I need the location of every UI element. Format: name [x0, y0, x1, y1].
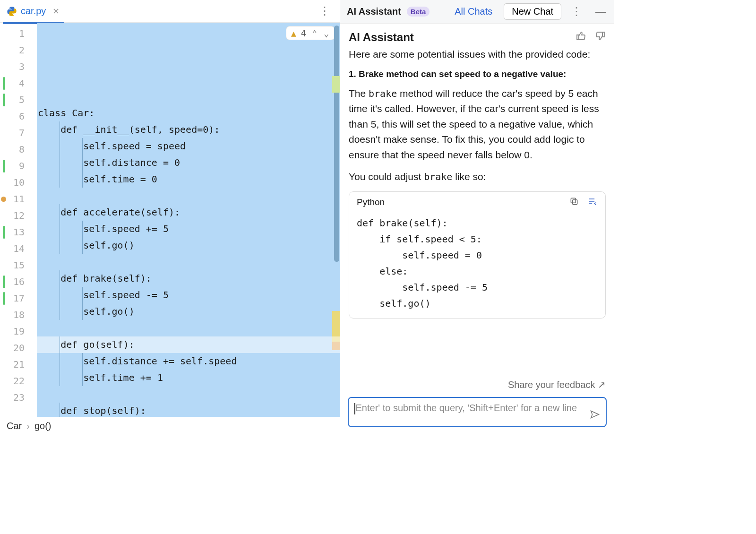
message-point-title: 1. Brake method can set speed to a negat… — [349, 69, 606, 79]
thumbs-down-icon[interactable] — [594, 30, 606, 44]
breadcrumb-class[interactable]: Car — [7, 421, 22, 431]
line-number: 14 — [0, 241, 37, 257]
all-chats-link[interactable]: All Chats — [455, 6, 492, 17]
code-line[interactable]: self.time = 0 — [37, 171, 340, 188]
line-number: 21 — [0, 356, 37, 373]
line-number: 9 — [0, 158, 37, 174]
code-line[interactable]: self.go() — [37, 237, 340, 254]
assistant-header-title: AI Assistant — [347, 6, 401, 17]
line-number: 19 — [0, 323, 37, 340]
code-line[interactable] — [37, 254, 340, 270]
line-number: 3 — [0, 59, 37, 75]
editor-body: 1234567891011121314151617181920212223 ▲ … — [0, 23, 340, 417]
more-icon[interactable]: ⋮ — [567, 6, 586, 18]
chevron-down-icon[interactable]: ⌄ — [323, 28, 330, 38]
line-number: 13 — [0, 224, 37, 241]
code-line[interactable] — [37, 386, 340, 403]
feedback-link[interactable]: Share your feedback ↗ — [340, 374, 614, 390]
code-line[interactable]: def accelerate(self): — [37, 204, 340, 221]
line-number: 8 — [0, 141, 37, 158]
chat-input[interactable]: Enter' to submit the query, 'Shift+Enter… — [348, 397, 607, 427]
chat-input-row: Enter' to submit the query, 'Shift+Enter… — [340, 390, 614, 435]
line-number: 18 — [0, 307, 37, 323]
line-number: 1 — [0, 26, 37, 42]
code-suggestion-card: Python def brake(self): if self.speed < … — [349, 191, 606, 319]
line-number: 23 — [0, 389, 37, 406]
breadcrumb-method[interactable]: go() — [34, 421, 52, 431]
line-number: 16 — [0, 274, 37, 290]
inspection-pill[interactable]: ▲ 4 ⌃ ⌄ — [286, 26, 335, 40]
message-body-2: You could adjust brake like so: — [349, 169, 606, 185]
python-icon — [7, 6, 17, 17]
line-number: 10 — [0, 174, 37, 191]
message-body: The brake method will reduce the car's s… — [349, 86, 606, 163]
copy-icon[interactable] — [569, 197, 579, 208]
file-tab-label: car.py — [21, 6, 46, 17]
close-icon[interactable]: ✕ — [52, 6, 60, 17]
code-line[interactable]: self.go() — [37, 303, 340, 320]
line-number: 17 — [0, 290, 37, 307]
breadcrumb-sep: › — [26, 421, 30, 431]
message-title: AI Assistant — [349, 31, 414, 44]
line-number: 22 — [0, 373, 37, 389]
code-line[interactable]: self.time += 1 — [37, 370, 340, 386]
warning-icon: ▲ — [291, 28, 296, 38]
code-line[interactable] — [37, 320, 340, 336]
code-line[interactable]: def brake(self): — [37, 270, 340, 287]
code-line[interactable]: self.speed += 5 — [37, 221, 340, 237]
insert-icon[interactable] — [587, 197, 598, 208]
code-line[interactable]: class Car: — [37, 105, 340, 121]
code-line[interactable] — [37, 188, 340, 204]
code-area[interactable]: ▲ 4 ⌃ ⌄ class Car: def __init__(self, sp… — [37, 23, 340, 417]
assistant-header: AI Assistant Beta All Chats New Chat ⋮ — — [340, 0, 614, 24]
line-gutter: 1234567891011121314151617181920212223 — [0, 23, 37, 417]
thumbs-up-icon[interactable] — [576, 30, 587, 44]
code-line[interactable]: def go(self): — [37, 336, 340, 353]
line-number: 2 — [0, 42, 37, 59]
line-number: 4 — [0, 75, 37, 92]
message-intro: Here are some potential issues with the … — [349, 47, 606, 62]
tab-bar: car.py ✕ ⋮ — [0, 0, 340, 23]
code-line[interactable]: def __init__(self, speed=0): — [37, 121, 340, 138]
file-tab-car[interactable]: car.py ✕ — [2, 2, 64, 20]
editor-pane: car.py ✕ ⋮ 12345678910111213141516171819… — [0, 0, 340, 435]
code-line[interactable]: self.distance = 0 — [37, 155, 340, 171]
send-icon[interactable] — [590, 409, 600, 422]
code-card-header: Python — [349, 192, 605, 213]
chevron-up-icon[interactable]: ⌃ — [311, 28, 318, 38]
line-number: 5 — [0, 92, 37, 108]
code-line[interactable]: self.speed -= 5 — [37, 287, 340, 303]
code-card-body: def brake(self): if self.speed < 5: self… — [349, 213, 605, 318]
line-number: 20 — [0, 340, 37, 356]
assistant-pane: AI Assistant Beta All Chats New Chat ⋮ —… — [340, 0, 614, 435]
line-number: 12 — [0, 207, 37, 224]
breadcrumb: Car › go() — [0, 417, 340, 435]
tab-more-icon[interactable]: ⋮ — [312, 5, 338, 17]
message-header: AI Assistant — [349, 30, 606, 44]
code-line[interactable]: self.speed = speed — [37, 138, 340, 155]
code-lang-label: Python — [357, 197, 385, 207]
svg-rect-1 — [571, 198, 576, 203]
svg-rect-0 — [573, 199, 577, 204]
code-line[interactable]: def stop(self): — [37, 403, 340, 417]
new-chat-button[interactable]: New Chat — [504, 3, 561, 20]
beta-badge: Beta — [407, 7, 430, 17]
chat-placeholder: Enter' to submit the query, 'Shift+Enter… — [356, 403, 577, 413]
code-line[interactable]: self.distance += self.speed — [37, 353, 340, 370]
line-number: 7 — [0, 125, 37, 141]
minimize-icon[interactable]: — — [592, 6, 610, 18]
line-number: 15 — [0, 257, 37, 274]
line-number: 6 — [0, 108, 37, 125]
assistant-body: AI Assistant Here are some potential iss… — [340, 24, 614, 374]
line-number: 11 — [0, 191, 37, 207]
inspection-count: 4 — [301, 28, 306, 38]
minimap-marker[interactable] — [332, 76, 340, 93]
